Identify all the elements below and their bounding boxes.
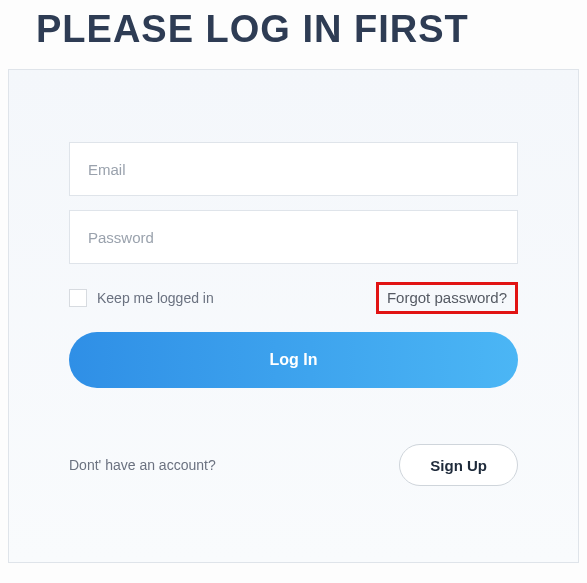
keep-logged-in-label: Keep me logged in xyxy=(97,290,214,306)
email-field[interactable] xyxy=(69,142,518,196)
keep-logged-in-checkbox[interactable] xyxy=(69,289,87,307)
signup-button[interactable]: Sign Up xyxy=(399,444,518,486)
password-field[interactable] xyxy=(69,210,518,264)
signup-row: Dont' have an account? Sign Up xyxy=(69,444,518,486)
page-title: PLEASE LOG IN FIRST xyxy=(0,0,587,69)
login-card: Keep me logged in Forgot password? Log I… xyxy=(8,69,579,563)
no-account-text: Dont' have an account? xyxy=(69,457,216,473)
keep-logged-in[interactable]: Keep me logged in xyxy=(69,289,214,307)
forgot-password-highlight: Forgot password? xyxy=(376,282,518,314)
options-row: Keep me logged in Forgot password? xyxy=(69,282,518,314)
forgot-password-link[interactable]: Forgot password? xyxy=(387,289,507,306)
login-button[interactable]: Log In xyxy=(69,332,518,388)
